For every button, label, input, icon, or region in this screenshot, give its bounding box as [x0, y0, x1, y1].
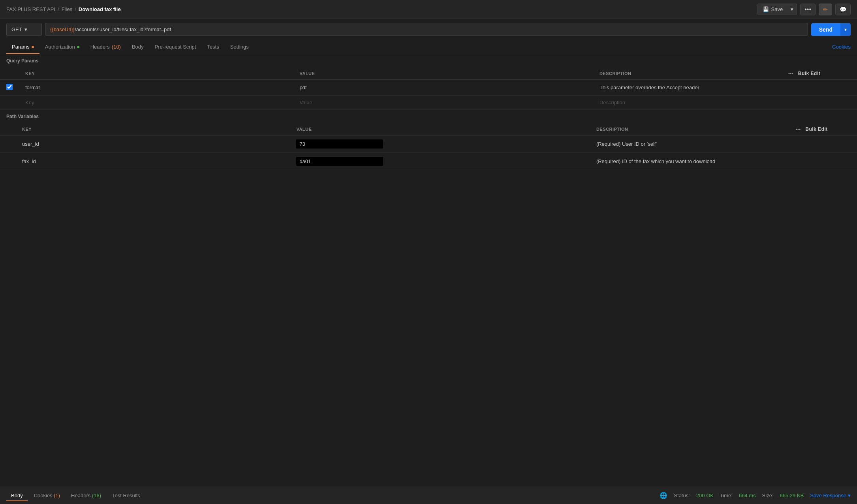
status-value: 200 OK: [696, 493, 714, 498]
time-value: 664 ms: [739, 493, 756, 498]
bottom-tab-headers[interactable]: Headers (16): [66, 490, 106, 501]
query-row-desc: This parameter overrides the Accept head…: [593, 80, 782, 96]
path-key-header: KEY: [16, 123, 290, 135]
path-row1-value: [290, 135, 590, 153]
top-bar: FAX.PLUS REST API / Files / Download fax…: [0, 0, 857, 19]
table-row: user_id (Required) User ID or 'self': [0, 135, 857, 153]
check-col-header: [0, 68, 19, 80]
bottom-tab-cookies[interactable]: Cookies (1): [29, 490, 65, 501]
query-placeholder-key[interactable]: Key: [19, 96, 293, 110]
tab-body-label: Body: [132, 44, 144, 50]
tab-settings[interactable]: Settings: [225, 40, 254, 54]
status-label: Status:: [674, 493, 690, 498]
headers-count: (10): [112, 44, 121, 50]
edit-button[interactable]: ✏: [819, 4, 832, 15]
save-label: Save: [771, 6, 783, 12]
tab-settings-label: Settings: [230, 44, 249, 50]
fax-id-input[interactable]: [296, 157, 383, 166]
send-chevron-button[interactable]: ▾: [840, 23, 851, 36]
user-id-input[interactable]: [296, 139, 383, 149]
query-value-header: VALUE: [293, 68, 593, 80]
save-response-chevron-icon: ▾: [848, 493, 851, 498]
chat-button[interactable]: 💬: [835, 4, 851, 15]
query-more-icon[interactable]: •••: [788, 71, 793, 76]
query-row-check-cell: [0, 80, 19, 96]
query-row-key: format: [19, 80, 293, 96]
path-value-header: VALUE: [290, 123, 590, 135]
path-row2-check: [0, 153, 16, 170]
path-row1-key: user_id: [16, 135, 290, 153]
path-check-col-header: [0, 123, 16, 135]
path-row1-desc: (Required) User ID or 'self': [590, 135, 789, 153]
tab-tests[interactable]: Tests: [201, 40, 224, 54]
query-bulk-edit[interactable]: Bulk Edit: [798, 71, 821, 76]
table-row-placeholder: Key Value Description: [0, 96, 857, 110]
method-label: GET: [11, 26, 22, 32]
time-label: Time:: [720, 493, 733, 498]
query-placeholder-check: [0, 96, 19, 110]
send-btn-group: Send ▾: [811, 23, 851, 36]
query-placeholder-value[interactable]: Value: [293, 96, 593, 110]
bottom-tab-body-label: Body: [11, 493, 23, 498]
path-bulk-edit[interactable]: Bulk Edit: [805, 126, 828, 132]
url-base: {{baseUrl}}: [50, 26, 75, 32]
size-value: 665.29 KB: [780, 493, 804, 498]
send-button[interactable]: Send: [811, 23, 840, 36]
path-more-icon[interactable]: •••: [796, 127, 801, 132]
tab-params[interactable]: Params: [6, 40, 39, 54]
tab-pre-request-label: Pre-request Script: [155, 44, 196, 50]
tab-pre-request-script[interactable]: Pre-request Script: [149, 40, 202, 54]
save-response-button[interactable]: Save Response ▾: [810, 493, 851, 498]
breadcrumb: FAX.PLUS REST API / Files / Download fax…: [6, 6, 757, 12]
save-button[interactable]: 💾 Save: [757, 4, 788, 15]
authorization-dot-icon: [77, 46, 79, 48]
save-response-label: Save Response: [810, 493, 846, 498]
tab-headers[interactable]: Headers (10): [85, 40, 126, 54]
path-row2-value: [290, 153, 590, 170]
breadcrumb-part2: Files: [62, 6, 72, 12]
save-chevron-button[interactable]: ▾: [787, 4, 797, 15]
bottom-headers-count: (16): [92, 493, 101, 498]
breadcrumb-current: Download fax file: [79, 6, 121, 12]
tab-tests-label: Tests: [207, 44, 219, 50]
query-row-actions: [782, 80, 857, 96]
query-placeholder-desc[interactable]: Description: [593, 96, 782, 110]
bottom-tab-test-results-label: Test Results: [112, 493, 140, 498]
bottom-tab-body[interactable]: Body: [6, 490, 28, 501]
url-path: /accounts/:user_id/files/:fax_id?format=…: [75, 26, 171, 32]
bottom-tabs: Body Cookies (1) Headers (16) Test Resul…: [6, 490, 145, 501]
params-dot-icon: [32, 46, 34, 48]
query-placeholder-actions: [782, 96, 857, 110]
bottom-tab-cookies-label: Cookies: [34, 493, 54, 498]
tab-body[interactable]: Body: [126, 40, 149, 54]
method-select[interactable]: GET ▾: [6, 23, 42, 36]
tab-headers-label: Headers: [90, 44, 110, 50]
globe-icon: 🌐: [660, 492, 667, 499]
save-btn-group: 💾 Save ▾: [757, 4, 797, 15]
query-row-checkbox[interactable]: [6, 84, 13, 90]
query-row-value: pdf: [293, 80, 593, 96]
cookies-link[interactable]: Cookies: [832, 44, 851, 50]
url-bar: GET ▾ {{baseUrl}}/accounts/:user_id/file…: [0, 19, 857, 40]
table-row: fax_id (Required) ID of the fax which yo…: [0, 153, 857, 170]
tabs-bar: Params Authorization Headers (10) Body P…: [0, 40, 857, 54]
table-row: format pdf This parameter overrides the …: [0, 80, 857, 96]
query-params-section-header: Query Params: [0, 54, 857, 68]
query-desc-header: DESCRIPTION: [593, 68, 782, 80]
path-actions-header: ••• Bulk Edit: [789, 123, 857, 135]
query-params-table: KEY VALUE DESCRIPTION ••• Bulk Edit form…: [0, 68, 857, 110]
bottom-tab-test-results[interactable]: Test Results: [107, 490, 145, 501]
more-options-button[interactable]: •••: [800, 4, 816, 15]
method-chevron-icon: ▾: [24, 26, 27, 32]
url-input[interactable]: {{baseUrl}}/accounts/:user_id/files/:fax…: [45, 23, 808, 36]
tab-authorization[interactable]: Authorization: [39, 40, 85, 54]
query-key-header: KEY: [19, 68, 293, 80]
bottom-tab-headers-label: Headers: [71, 493, 92, 498]
path-row2-key: fax_id: [16, 153, 290, 170]
bottom-status: 🌐 Status: 200 OK Time: 664 ms Size: 665.…: [660, 492, 851, 499]
path-row2-desc: (Required) ID of the fax which you want …: [590, 153, 789, 170]
path-row1-actions: [789, 135, 857, 153]
bottom-cookies-count: (1): [54, 493, 60, 498]
query-actions-header: ••• Bulk Edit: [782, 68, 857, 80]
bottom-bar: Body Cookies (1) Headers (16) Test Resul…: [0, 487, 857, 504]
